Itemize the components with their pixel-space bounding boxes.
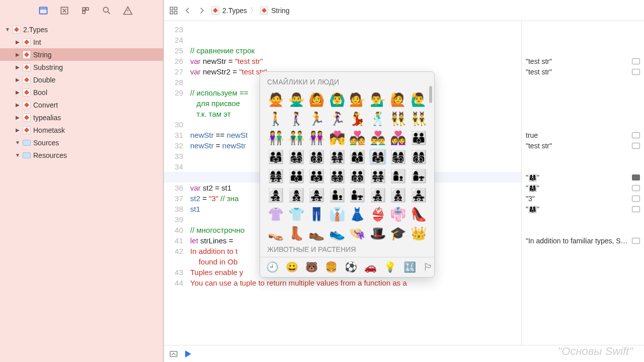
emoji-cell[interactable]: 👨‍👩‍👧‍👦	[288, 149, 305, 165]
emoji-cell[interactable]: 👖	[308, 206, 326, 222]
quicklook-icon[interactable]	[632, 206, 640, 212]
emoji-cell[interactable]: 👞	[308, 225, 326, 241]
code-editor[interactable]: 2324252627282930313233343536373839404142…	[164, 21, 521, 345]
emoji-cell[interactable]: 🙋	[389, 92, 407, 108]
toggle-debug-icon[interactable]	[169, 349, 178, 358]
emoji-cell[interactable]: 👨‍👨‍👦	[288, 168, 305, 184]
emoji-cell[interactable]: 🚶	[267, 111, 285, 127]
emoji-cell[interactable]: 👩‍👦	[389, 168, 407, 184]
issue-navigator-icon[interactable]	[123, 6, 133, 16]
emoji-cell[interactable]: 👕	[288, 206, 305, 222]
find-navigator-icon[interactable]	[102, 6, 112, 16]
emoji-cell[interactable]: 🙅‍♂️	[288, 92, 305, 108]
disclosure-triangle-icon[interactable]: ▼	[14, 152, 21, 158]
emoji-category-icon[interactable]: 🕘	[266, 262, 279, 273]
emoji-cell[interactable]: 👭	[308, 130, 326, 146]
emoji-category-icon[interactable]: ⚽	[345, 262, 357, 273]
emoji-cell[interactable]: 🏃‍♀️	[329, 111, 346, 127]
emoji-cell[interactable]: 👨‍👨‍👦‍👦	[349, 168, 366, 184]
tree-item-convert[interactable]: ▶Convert	[0, 99, 163, 111]
emoji-cell[interactable]: 👢	[288, 225, 305, 241]
tree-item-2.types[interactable]: ▼2.Types	[0, 23, 163, 36]
emoji-cell[interactable]: 👩‍👧	[410, 168, 428, 184]
emoji-cell[interactable]: 👑	[410, 225, 428, 241]
emoji-category-icon[interactable]: 🐻	[305, 262, 318, 273]
emoji-cell[interactable]: 👩‍👦‍👦	[288, 187, 305, 203]
disclosure-triangle-icon[interactable]: ▶	[14, 64, 21, 70]
emoji-cell[interactable]: 👨‍👩‍👧‍👧	[329, 149, 346, 165]
emoji-cell[interactable]: 👨‍👩‍👧	[267, 149, 285, 165]
emoji-cell[interactable]: 🙅	[267, 92, 285, 108]
emoji-cell[interactable]: 💁‍♂️	[369, 92, 387, 108]
emoji-cell[interactable]: 👔	[329, 206, 346, 222]
disclosure-triangle-icon[interactable]: ▶	[14, 102, 21, 108]
quicklook-icon[interactable]	[632, 143, 640, 149]
emoji-cell[interactable]: 🎩	[369, 225, 387, 241]
disclosure-triangle-icon[interactable]: ▼	[14, 140, 21, 145]
tree-item-hometask[interactable]: ▶Hometask	[0, 124, 163, 136]
disclosure-triangle-icon[interactable]: ▼	[4, 27, 11, 32]
emoji-cell[interactable]: 💁	[349, 92, 366, 108]
quicklook-icon[interactable]	[632, 185, 640, 191]
emoji-cell[interactable]: 🏃	[308, 111, 326, 127]
quicklook-icon[interactable]	[632, 174, 640, 180]
emoji-cell[interactable]: 💏	[329, 130, 346, 146]
debug-navigator-icon[interactable]	[80, 6, 91, 16]
emoji-cell[interactable]: 👩‍👩‍👦	[349, 149, 366, 165]
emoji-cell[interactable]: 👨‍👦	[329, 187, 346, 203]
tree-item-typealias[interactable]: ▶typealias	[0, 111, 163, 124]
emoji-category-icon[interactable]: 🔣	[404, 262, 416, 273]
emoji-cell[interactable]: 👯	[389, 111, 407, 127]
emoji-cell[interactable]: 🙋‍♂️	[410, 92, 428, 108]
emoji-cell[interactable]: 👩‍👩‍👧‍👦	[389, 149, 407, 165]
emoji-cell[interactable]: 👬	[288, 130, 305, 146]
emoji-cell[interactable]: 🙆	[308, 92, 326, 108]
tree-item-sources[interactable]: ▼Sources	[0, 136, 163, 149]
emoji-cell[interactable]: 💑	[349, 130, 366, 146]
emoji-cell[interactable]: 👨‍👩‍👦‍👦	[308, 149, 326, 165]
tree-item-bool[interactable]: ▶Bool	[0, 86, 163, 99]
project-navigator-icon[interactable]	[38, 6, 48, 16]
tree-item-string[interactable]: ▶String	[0, 48, 163, 61]
quicklook-icon[interactable]	[632, 69, 640, 75]
disclosure-triangle-icon[interactable]: ▶	[14, 89, 21, 95]
emoji-cell[interactable]: 👠	[410, 206, 428, 222]
emoji-category-icon[interactable]: 🚗	[364, 262, 377, 273]
emoji-cell[interactable]: 👨‍❤️‍👨	[369, 130, 387, 146]
tree-item-double[interactable]: ▶Double	[0, 73, 163, 86]
emoji-cell[interactable]: 👫	[267, 130, 285, 146]
emoji-cell[interactable]: 👩‍👩‍👧‍👧	[267, 168, 285, 184]
quicklook-icon[interactable]	[632, 238, 640, 244]
quicklook-icon[interactable]	[632, 132, 640, 138]
emoji-cell[interactable]: 👩‍👧‍👦	[267, 187, 285, 203]
emoji-cell[interactable]: 👨‍👦‍👦	[389, 187, 407, 203]
emoji-cell[interactable]: 👨‍👧‍👧	[410, 187, 428, 203]
emoji-cell[interactable]: 👨‍👧	[349, 187, 366, 203]
emoji-cell[interactable]: 👩‍👩‍👧	[369, 149, 387, 165]
emoji-cell[interactable]: 👨‍👨‍👧‍👧	[369, 168, 387, 184]
disclosure-triangle-icon[interactable]: ▶	[14, 39, 21, 45]
emoji-cell[interactable]: 👩‍👩‍👦‍👦	[410, 149, 428, 165]
emoji-category-icon[interactable]: 🍔	[325, 262, 338, 273]
breadcrumb[interactable]: 2.Types 〉 String	[211, 6, 290, 15]
emoji-cell[interactable]: 🙆‍♂️	[329, 92, 346, 108]
tree-item-resources[interactable]: ▼Resources	[0, 149, 163, 161]
disclosure-triangle-icon[interactable]: ▶	[14, 127, 21, 133]
emoji-cell[interactable]: 👒	[349, 225, 366, 241]
symbol-navigator-icon[interactable]	[59, 6, 69, 16]
quicklook-icon[interactable]	[632, 58, 640, 64]
emoji-cell[interactable]: 👩‍❤️‍👩	[389, 130, 407, 146]
emoji-category-icon[interactable]: 💡	[384, 262, 396, 273]
related-items-icon[interactable]	[169, 6, 178, 15]
emoji-cell[interactable]: 👙	[369, 206, 387, 222]
quicklook-icon[interactable]	[632, 196, 640, 202]
emoji-cell[interactable]: 👯‍♂️	[410, 111, 428, 127]
tree-item-int[interactable]: ▶Int	[0, 36, 163, 48]
nav-forward-icon[interactable]	[197, 6, 206, 15]
run-button[interactable]	[185, 350, 191, 357]
emoji-cell[interactable]: 🎓	[389, 225, 407, 241]
emoji-cell[interactable]: 👩‍👧‍👧	[308, 187, 326, 203]
emoji-cell[interactable]: 👪	[410, 130, 428, 146]
emoji-cell[interactable]: 👨‍👨‍👧	[308, 168, 326, 184]
nav-back-icon[interactable]	[183, 6, 192, 15]
